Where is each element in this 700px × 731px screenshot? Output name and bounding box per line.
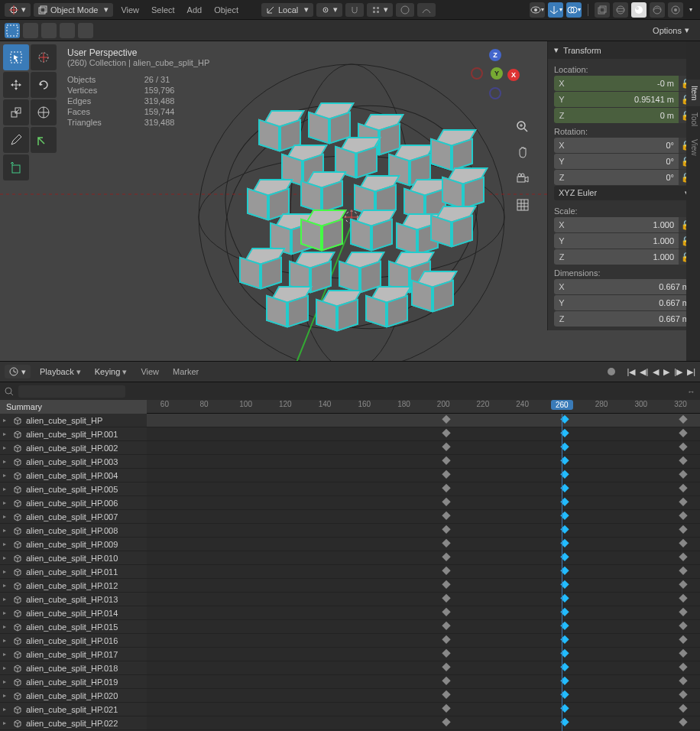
track-row[interactable]	[147, 455, 700, 469]
track-row[interactable]	[147, 634, 700, 648]
location-y-field[interactable]: Y0.95141 m🔓	[554, 92, 694, 107]
keyframe-diamond[interactable]	[442, 566, 450, 574]
select-subtract-icon[interactable]	[41, 23, 57, 38]
play-forward[interactable]: ▶	[663, 367, 669, 377]
track-row[interactable]	[147, 675, 700, 689]
dim-z-field[interactable]: Z0.667 m	[554, 311, 694, 327]
active-object-cube[interactable]	[302, 210, 345, 252]
keyframe-diamond[interactable]	[442, 648, 450, 657]
expand-icon[interactable]: ▸	[3, 430, 9, 437]
track-row[interactable]	[147, 441, 700, 455]
channel-row[interactable]: ▸ alien_cube_split_HP.020	[0, 689, 147, 703]
track-row[interactable]	[147, 469, 700, 482]
keyframe-diamond[interactable]	[442, 442, 450, 450]
track-row[interactable]	[147, 427, 700, 441]
shading-matpreview[interactable]	[650, 2, 665, 18]
channel-row[interactable]: ▸ alien_cube_split_HP.004	[0, 469, 147, 482]
track-row[interactable]	[147, 716, 700, 730]
rotation-z-field[interactable]: Z0°🔓	[554, 170, 694, 185]
prop-falloff[interactable]	[396, 3, 414, 17]
expand-icon[interactable]: ▸	[3, 623, 9, 630]
curve-falloff[interactable]	[417, 3, 436, 17]
tool-annotate[interactable]	[3, 127, 29, 153]
keyframe-diamond[interactable]	[679, 525, 687, 533]
keyframe-diamond[interactable]	[679, 469, 687, 478]
channel-row[interactable]: ▸ alien_cube_split_HP.013	[0, 593, 147, 606]
keyframe-diamond[interactable]	[442, 483, 450, 492]
keyframe-diamond[interactable]	[442, 635, 450, 643]
tool-rotate[interactable]	[31, 72, 57, 98]
timeline-ruler[interactable]: 6080100120140160180200220240260280300320…	[147, 400, 700, 414]
expand-icon[interactable]: ▸	[3, 499, 9, 506]
expand-icon[interactable]: ▸	[3, 706, 9, 713]
zoom-button[interactable]	[514, 118, 532, 136]
channel-row[interactable]: ▸ alien_cube_split_HP.012	[0, 579, 147, 593]
channel-row[interactable]: ▸ alien_cube_split_HP.021	[0, 703, 147, 716]
track-row[interactable]	[147, 606, 700, 620]
track-row[interactable]	[147, 648, 700, 661]
tool-transform[interactable]	[31, 99, 57, 125]
shading-rendered[interactable]	[668, 2, 683, 18]
keyframe-diamond[interactable]	[679, 538, 687, 547]
keyframe-diamond[interactable]	[679, 483, 687, 492]
options-menu[interactable]: Options▾	[647, 25, 695, 35]
track-row[interactable]	[147, 524, 700, 538]
tool-add-cube[interactable]	[3, 154, 29, 180]
keyframe-diamond[interactable]	[442, 607, 450, 616]
keyframe-diamond[interactable]	[442, 525, 450, 533]
play-reverse[interactable]: ◀	[653, 367, 659, 377]
channel-row[interactable]: ▸ alien_cube_split_HP.016	[0, 634, 147, 648]
shading-dropdown[interactable]: ▾	[686, 6, 695, 13]
auto-keying-toggle[interactable]	[608, 368, 615, 375]
keyframe-diamond[interactable]	[442, 621, 450, 629]
keyframe-diamond[interactable]	[679, 552, 687, 560]
expand-icon[interactable]: ▸	[3, 458, 9, 465]
channel-row[interactable]: ▸ alien_cube_split_HP.003	[0, 455, 147, 469]
channel-row[interactable]: ▸ alien_cube_split_HP.006	[0, 496, 147, 510]
keyframe-diamond[interactable]	[679, 676, 687, 684]
snap-menu[interactable]	[345, 3, 364, 17]
viewport-3d[interactable]: User Perspective (260) Collection | alie…	[0, 41, 700, 361]
keyframe-diamond[interactable]	[442, 593, 450, 602]
menu-add[interactable]: Add	[183, 5, 207, 15]
channel-row[interactable]: ▸ alien_cube_split_HP.011	[0, 565, 147, 579]
rotation-mode-select[interactable]: XYZ Euler▾	[554, 186, 694, 200]
expand-icon[interactable]: ▸	[3, 486, 9, 492]
keyframe-diamond[interactable]	[679, 580, 687, 588]
summary-row-label[interactable]: Summary	[0, 400, 147, 414]
channel-row[interactable]: ▸ alien_cube_split_HP.010	[0, 551, 147, 565]
expand-icon[interactable]: ▸	[3, 513, 9, 520]
keyframe-diamond[interactable]	[679, 566, 687, 574]
orientation-menu[interactable]: Local ▾	[261, 3, 313, 17]
keyframe-diamond[interactable]	[442, 676, 450, 684]
channel-row[interactable]: ▸ alien_cube_split_HP.008	[0, 524, 147, 538]
channel-row[interactable]: ▸ alien_cube_split_HP.015	[0, 620, 147, 634]
track-row[interactable]	[147, 703, 700, 716]
tool-move[interactable]	[3, 72, 29, 98]
menu-marker[interactable]: Marker	[168, 367, 203, 376]
channel-row[interactable]: ▸ alien_cube_split_HP	[0, 414, 147, 427]
gizmo-z[interactable]: Z	[489, 49, 501, 61]
rotation-x-field[interactable]: X0°🔓	[554, 138, 694, 153]
expand-icon[interactable]: ▸	[3, 444, 9, 451]
keyframe-diamond[interactable]	[442, 552, 450, 560]
keyframe-diamond[interactable]	[679, 717, 687, 726]
track-row[interactable]	[147, 538, 700, 551]
keyframe-diamond[interactable]	[679, 607, 687, 616]
track-row[interactable]	[147, 579, 700, 593]
menu-select[interactable]: Select	[147, 5, 180, 15]
dim-y-field[interactable]: Y0.667 m	[554, 295, 694, 310]
menu-view-tl[interactable]: View	[136, 367, 164, 376]
shading-wireframe[interactable]	[613, 2, 628, 18]
expand-icon[interactable]: ▸	[3, 417, 9, 424]
tool-cursor[interactable]	[31, 44, 57, 70]
keyframe-diamond[interactable]	[442, 456, 450, 464]
keyframe-diamond[interactable]	[442, 662, 450, 671]
resize-handle-icon[interactable]: ↔	[687, 387, 695, 396]
track-row[interactable]	[147, 565, 700, 579]
tool-scale[interactable]	[3, 99, 29, 125]
keyframe-diamond[interactable]	[679, 497, 687, 505]
keyframe-diamond[interactable]	[679, 621, 687, 629]
scale-z-field[interactable]: Z1.000🔓	[554, 249, 694, 265]
expand-icon[interactable]: ▸	[3, 678, 9, 685]
